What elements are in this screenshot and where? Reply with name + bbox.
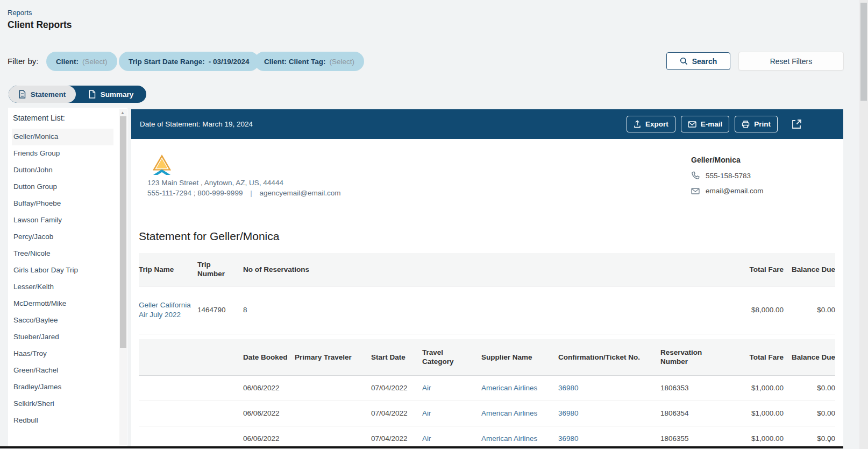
statement-list-item[interactable]: Sacco/Baylee [12,312,113,329]
scroll-up-arrow-icon[interactable]: ▲ [120,110,125,115]
primary-traveler [295,426,371,447]
filter-by-label: Filter by: [8,57,39,66]
statement-list-item[interactable]: Dutton/John [12,162,113,179]
reset-filters-button[interactable]: Reset Filters [738,52,844,71]
col-trip-number: Trip Number [197,253,243,286]
travel-category-link[interactable]: Air [422,375,481,401]
agency-email: agencyemail@email.com [259,189,340,197]
page-title: Client Reports [8,19,72,31]
trip-number-value: 1464790 [197,286,243,334]
email-button[interactable]: E-mail [681,116,730,132]
supplier-link[interactable]: American Airlines [481,401,558,426]
reservation-number: 1806353 [660,375,736,401]
export-button[interactable]: Export [627,116,675,132]
sidebar-scrollbar[interactable]: ▲ [119,109,127,445]
statement-list-item[interactable]: Lawson Family [12,212,113,229]
col-res-total-fare: Total Fare [736,339,784,375]
statement-title: Statement for Geller/Monica [139,230,279,243]
filter-chip-client[interactable]: Client: (Select) [46,52,117,71]
export-label: Export [645,120,668,128]
search-button[interactable]: Search [666,52,730,70]
date-booked: 06/06/2022 [243,401,295,426]
col-res-balance-due: Balance Due [784,339,835,375]
res-balance-due: $0.00 [784,401,835,426]
statement-list-item[interactable]: Buffay/Phoebe [12,195,113,212]
col-no-of-reservations: No of Reservations [243,253,735,286]
chip-client-label: Client: [56,58,79,66]
chip-tag-value: (Select) [330,58,355,66]
summary-document-icon [89,90,96,99]
statement-list-item[interactable]: Percy/Jacob [12,229,113,245]
statement-list-item[interactable]: Friends Group [12,145,113,162]
reservations-count: 8 [243,286,735,334]
client-phone: 555-158-5783 [706,172,751,180]
window-bottom-edge [0,446,843,448]
tab-statement[interactable]: Statement [9,86,76,103]
statement-list-item[interactable]: Haas/Troy [12,346,113,362]
statement-document-icon [19,90,26,99]
statement-list-item[interactable]: Redbull [12,412,113,429]
trip-name-link[interactable]: Geller California Air July 2022 [139,286,197,334]
trip-summary-table: Trip Name Trip Number No of Reservations… [139,253,835,334]
statement-list-item[interactable]: Bradley/James [12,379,113,396]
envelope-icon [691,188,700,194]
statement-viewer: Date of Statement: March 19, 2024 Export… [131,109,843,447]
reservation-number: 1806355 [660,426,736,447]
reservations-table: Date Booked Primary Traveler Start Date … [139,339,835,447]
statement-list-item[interactable]: Girls Labor Day Trip [12,262,113,279]
col-confirmation-ticket-no: Confirmation/Ticket No. [558,339,660,375]
col-total-fare: Total Fare [735,253,784,286]
col-travel-category: Travel Category [422,339,481,375]
chip-date-value: - 03/19/2024 [209,58,250,66]
breadcrumb[interactable]: Reports [8,9,32,17]
sidebar-scrollbar-thumb[interactable] [120,116,126,348]
trip-total-fare: $8,000.00 [735,286,784,334]
print-button[interactable]: Print [735,116,778,132]
agency-logo [152,154,172,177]
reservation-row: 06/06/2022 07/04/2022 Air American Airli… [139,426,835,447]
res-total-fare: $1,000.00 [736,401,784,426]
open-in-new-window-icon[interactable] [791,118,802,130]
tab-summary-label: Summary [101,90,134,99]
statement-list-item[interactable]: Selkirk/Sheri [12,396,113,412]
statement-list-item[interactable]: McDermott/Mike [12,296,113,312]
supplier-link[interactable]: American Airlines [481,375,558,401]
travel-category-link[interactable]: Air [422,426,481,447]
report-type-tabs: Statement Summary [9,86,146,103]
filter-chip-client-tag[interactable]: Client: Client Tag: (Select) [254,52,364,71]
statement-list-item[interactable]: Green/Rachel [12,362,113,379]
statement-header-bar: Date of Statement: March 19, 2024 Export… [131,109,843,139]
trip-table-header-row: Trip Name Trip Number No of Reservations… [139,253,835,286]
supplier-link[interactable]: American Airlines [481,426,558,447]
res-balance-due: $0.00 [784,426,835,447]
res-total-fare: $1,000.00 [736,426,784,447]
page-scrollbar-thumb[interactable] [860,3,867,101]
statement-list-item[interactable]: Dutton Group [12,179,113,195]
date-booked: 06/06/2022 [243,426,295,447]
scroll-down-arrow-icon[interactable]: ▼ [827,439,831,444]
tab-summary[interactable]: Summary [76,86,146,103]
filter-chip-trip-start-date-range[interactable]: Trip Start Date Range: - 03/19/2024 [119,52,259,71]
col-trip-name: Trip Name [139,253,197,286]
email-label: E-mail [701,120,723,128]
statement-list-heading: Statement List: [13,114,127,122]
statement-list-item[interactable]: Geller/Monica [12,129,113,145]
agency-phones: 555-111-7294 ; 800-999-9999 [147,189,243,197]
client-name: Geller/Monica [691,156,763,164]
statement-list-item[interactable]: Stueber/Jared [12,329,113,346]
col-supplier-name: Supplier Name [481,339,558,375]
statement-list-item[interactable]: Tree/Nicole [12,245,113,262]
confirmation-link[interactable]: 36980 [558,375,660,401]
page-scrollbar[interactable] [859,0,868,449]
client-contact-info: Geller/Monica 555-158-5783 email@email.c… [691,156,763,195]
email-icon [688,121,696,128]
phone-icon [691,171,700,180]
start-date: 07/04/2022 [371,426,422,447]
agency-info: 123 Main Street , Anytown, AZ, US, 44444… [147,154,340,197]
confirmation-link[interactable]: 36980 [558,426,660,447]
travel-category-link[interactable]: Air [422,401,481,426]
col-date-booked: Date Booked [243,339,295,375]
confirmation-link[interactable]: 36980 [558,401,660,426]
statement-list-panel: Statement List: Geller/Monica Friends Gr… [8,108,127,446]
statement-list-item[interactable]: Lesser/Keith [12,279,113,296]
